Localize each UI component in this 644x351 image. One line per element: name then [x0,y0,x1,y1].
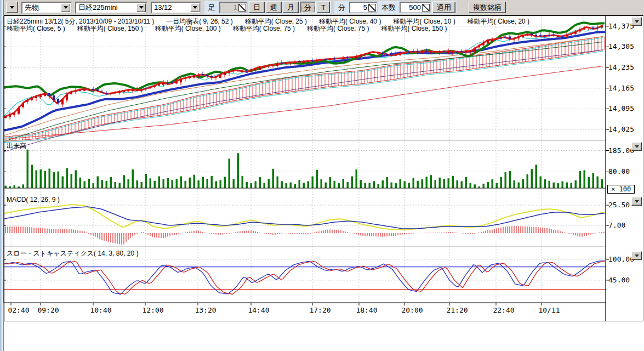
instrument-type-select[interactable]: 先物 [21,2,72,14]
scroll-down-button-price[interactable] [631,17,642,26]
spinner-icon[interactable] [238,4,246,12]
period-week-button[interactable]: 週 [266,2,282,13]
timeframe-group: 足 1 日 週 月 分 T [204,1,331,14]
apply-button[interactable]: 適用 [432,2,455,13]
down-arrow-icon [139,6,144,9]
minute-label: 分 [335,2,348,13]
chevron-down-icon[interactable] [190,3,200,12]
scroll-down-button-stoch[interactable] [631,251,642,260]
scroll-down-button-macd[interactable] [631,197,642,206]
down-arrow-icon [635,254,639,257]
minute-bars-group: 分 5 本数 500 適用 [334,1,457,14]
period-month-button[interactable]: 月 [283,2,299,13]
minute-value: 5 [350,3,368,12]
symbol-value: 日経225mini [76,3,136,13]
bar-count-value: 500 [401,3,422,12]
period-day-button[interactable]: 日 [249,2,265,13]
trading-chart-window: 先物 日経225mini 13/12 足 1 日 週 月 分 T 分 5 [0,0,644,351]
chevron-down-icon[interactable] [61,3,70,12]
down-arrow-icon [635,20,639,23]
spinner-icon[interactable] [368,4,376,12]
spinner-icon[interactable] [422,4,430,12]
period-minute-button[interactable]: 分 [300,2,316,13]
minute-spinner[interactable]: 5 [349,2,378,13]
chart-toolbar: 先物 日経225mini 13/12 足 1 日 週 月 分 T 分 5 [4,0,644,15]
down-arrow-icon [635,145,639,148]
bar-interval-value: 1 [220,3,238,12]
multi-symbol-button[interactable]: 複数銘柄 [469,2,506,13]
chevron-down-icon[interactable] [136,3,146,12]
chart-widget [4,15,643,321]
bar-interval-spinner[interactable]: 1 [219,2,248,13]
bar-type-label: 足 [206,2,218,13]
down-arrow-icon [64,6,68,9]
down-arrow-icon [193,6,197,9]
down-arrow-icon [10,6,14,9]
contract-month-value: 13/12 [152,3,190,12]
panel-collapse-button[interactable] [6,2,18,13]
window-edge [0,0,4,351]
scroll-down-button-volume[interactable] [631,142,642,151]
bar-count-label: 本数 [379,2,398,13]
period-tick-button[interactable]: T [317,2,330,13]
instrument-type-value: 先物 [22,3,61,13]
bar-count-spinner[interactable]: 500 [400,2,431,13]
down-arrow-icon [635,200,639,203]
contract-month-select[interactable]: 13/12 [151,2,201,14]
symbol-select[interactable]: 日経225mini [75,2,147,14]
